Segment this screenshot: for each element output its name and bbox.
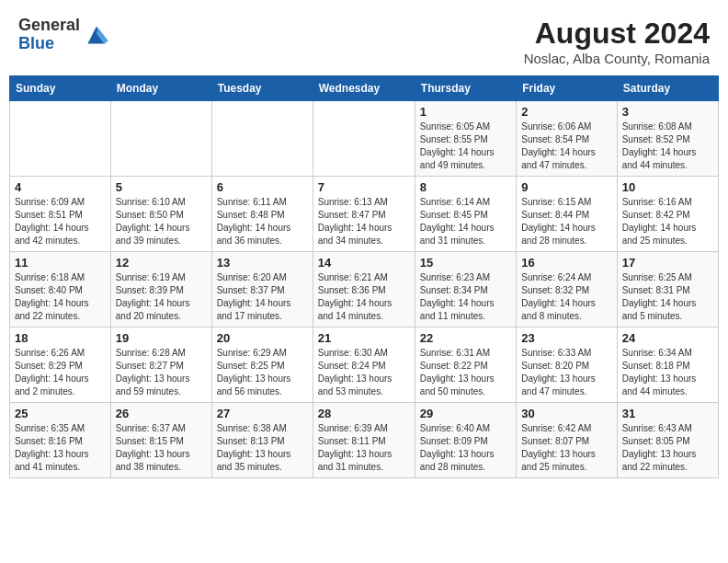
day-number: 29 <box>420 407 511 420</box>
calendar-day-cell: 12Sunrise: 6:19 AM Sunset: 8:39 PM Dayli… <box>110 252 211 327</box>
day-number: 9 <box>521 180 611 194</box>
day-info: Sunrise: 6:10 AM Sunset: 8:50 PM Dayligh… <box>116 196 207 247</box>
logo-general: General <box>18 16 80 34</box>
day-number: 3 <box>622 105 713 119</box>
logo-icon <box>82 20 111 50</box>
day-number: 4 <box>15 180 106 194</box>
day-info: Sunrise: 6:05 AM Sunset: 8:55 PM Dayligh… <box>420 121 511 172</box>
title-block: August 2024 Noslac, Alba County, Romania <box>524 17 710 66</box>
calendar-day-cell: 27Sunrise: 6:38 AM Sunset: 8:13 PM Dayli… <box>211 403 313 478</box>
day-number: 10 <box>622 180 713 194</box>
calendar-day-cell <box>10 101 111 177</box>
day-info: Sunrise: 6:42 AM Sunset: 8:07 PM Dayligh… <box>521 422 611 474</box>
day-number: 25 <box>15 407 106 420</box>
day-info: Sunrise: 6:39 AM Sunset: 8:11 PM Dayligh… <box>318 422 410 474</box>
day-info: Sunrise: 6:06 AM Sunset: 8:54 PM Dayligh… <box>521 121 611 172</box>
calendar-day-cell <box>313 101 415 177</box>
day-info: Sunrise: 6:16 AM Sunset: 8:42 PM Dayligh… <box>622 196 713 247</box>
day-number: 22 <box>420 331 511 345</box>
day-number: 7 <box>318 180 410 194</box>
day-info: Sunrise: 6:29 AM Sunset: 8:25 PM Dayligh… <box>217 347 308 398</box>
day-info: Sunrise: 6:25 AM Sunset: 8:31 PM Dayligh… <box>622 271 713 323</box>
day-info: Sunrise: 6:09 AM Sunset: 8:51 PM Dayligh… <box>15 196 106 247</box>
day-number: 26 <box>116 407 207 420</box>
day-number: 31 <box>622 407 713 420</box>
day-info: Sunrise: 6:23 AM Sunset: 8:34 PM Dayligh… <box>420 271 511 323</box>
day-number: 1 <box>420 105 511 119</box>
calendar-day-cell: 31Sunrise: 6:43 AM Sunset: 8:05 PM Dayli… <box>617 403 718 478</box>
day-number: 24 <box>622 331 713 345</box>
day-info: Sunrise: 6:24 AM Sunset: 8:32 PM Dayligh… <box>521 271 611 323</box>
day-number: 17 <box>622 256 713 270</box>
day-number: 18 <box>15 331 106 345</box>
calendar-day-cell: 28Sunrise: 6:39 AM Sunset: 8:11 PM Dayli… <box>313 403 415 478</box>
calendar-day-cell <box>110 101 211 177</box>
calendar-day-cell: 23Sunrise: 6:33 AM Sunset: 8:20 PM Dayli… <box>517 327 617 403</box>
day-number: 11 <box>15 256 106 270</box>
day-number: 13 <box>217 256 308 270</box>
logo: General Blue <box>18 17 111 53</box>
calendar-day-cell: 20Sunrise: 6:29 AM Sunset: 8:25 PM Dayli… <box>211 327 313 403</box>
calendar-day-cell: 10Sunrise: 6:16 AM Sunset: 8:42 PM Dayli… <box>617 177 718 252</box>
day-info: Sunrise: 6:40 AM Sunset: 8:09 PM Dayligh… <box>420 422 511 474</box>
calendar-day-cell: 9Sunrise: 6:15 AM Sunset: 8:44 PM Daylig… <box>517 177 617 252</box>
calendar-day-cell: 25Sunrise: 6:35 AM Sunset: 8:16 PM Dayli… <box>10 403 111 478</box>
calendar-week-row: 18Sunrise: 6:26 AM Sunset: 8:29 PM Dayli… <box>10 327 719 403</box>
day-number: 21 <box>318 331 410 345</box>
day-info: Sunrise: 6:30 AM Sunset: 8:24 PM Dayligh… <box>318 347 410 398</box>
calendar-day-cell: 11Sunrise: 6:18 AM Sunset: 8:40 PM Dayli… <box>10 252 111 327</box>
day-number: 19 <box>116 331 207 345</box>
calendar-day-cell: 2Sunrise: 6:06 AM Sunset: 8:54 PM Daylig… <box>517 101 617 177</box>
weekday-header: Thursday <box>415 76 516 101</box>
day-number: 23 <box>521 331 611 345</box>
calendar-day-cell: 6Sunrise: 6:11 AM Sunset: 8:48 PM Daylig… <box>211 177 313 252</box>
calendar-day-cell: 16Sunrise: 6:24 AM Sunset: 8:32 PM Dayli… <box>517 252 617 327</box>
calendar-day-cell: 19Sunrise: 6:28 AM Sunset: 8:27 PM Dayli… <box>110 327 211 403</box>
calendar-day-cell: 22Sunrise: 6:31 AM Sunset: 8:22 PM Dayli… <box>415 327 516 403</box>
weekday-header: Wednesday <box>313 76 415 101</box>
month-year-title: August 2024 <box>524 17 710 51</box>
day-info: Sunrise: 6:18 AM Sunset: 8:40 PM Dayligh… <box>15 271 106 323</box>
calendar-week-row: 4Sunrise: 6:09 AM Sunset: 8:51 PM Daylig… <box>10 177 719 252</box>
day-number: 12 <box>116 256 207 270</box>
day-info: Sunrise: 6:15 AM Sunset: 8:44 PM Dayligh… <box>521 196 611 247</box>
location-subtitle: Noslac, Alba County, Romania <box>524 51 710 66</box>
calendar-day-cell: 4Sunrise: 6:09 AM Sunset: 8:51 PM Daylig… <box>10 177 111 252</box>
calendar-table: SundayMondayTuesdayWednesdayThursdayFrid… <box>9 75 719 478</box>
calendar-day-cell: 13Sunrise: 6:20 AM Sunset: 8:37 PM Dayli… <box>211 252 313 327</box>
calendar-day-cell <box>211 101 313 177</box>
calendar-day-cell: 26Sunrise: 6:37 AM Sunset: 8:15 PM Dayli… <box>110 403 211 478</box>
weekday-header-row: SundayMondayTuesdayWednesdayThursdayFrid… <box>10 76 719 101</box>
calendar-day-cell: 7Sunrise: 6:13 AM Sunset: 8:47 PM Daylig… <box>313 177 415 252</box>
day-number: 6 <box>217 180 308 194</box>
calendar-day-cell: 15Sunrise: 6:23 AM Sunset: 8:34 PM Dayli… <box>415 252 516 327</box>
day-info: Sunrise: 6:13 AM Sunset: 8:47 PM Dayligh… <box>318 196 410 247</box>
calendar-day-cell: 14Sunrise: 6:21 AM Sunset: 8:36 PM Dayli… <box>313 252 415 327</box>
day-number: 14 <box>318 256 410 270</box>
calendar-day-cell: 21Sunrise: 6:30 AM Sunset: 8:24 PM Dayli… <box>313 327 415 403</box>
day-number: 27 <box>217 407 308 420</box>
weekday-header: Tuesday <box>211 76 313 101</box>
weekday-header: Sunday <box>10 76 111 101</box>
day-info: Sunrise: 6:11 AM Sunset: 8:48 PM Dayligh… <box>217 196 308 247</box>
calendar-day-cell: 17Sunrise: 6:25 AM Sunset: 8:31 PM Dayli… <box>617 252 718 327</box>
calendar-day-cell: 30Sunrise: 6:42 AM Sunset: 8:07 PM Dayli… <box>517 403 617 478</box>
day-number: 15 <box>420 256 511 270</box>
day-info: Sunrise: 6:31 AM Sunset: 8:22 PM Dayligh… <box>420 347 511 398</box>
calendar-week-row: 11Sunrise: 6:18 AM Sunset: 8:40 PM Dayli… <box>10 252 719 327</box>
calendar-week-row: 1Sunrise: 6:05 AM Sunset: 8:55 PM Daylig… <box>10 101 719 177</box>
day-info: Sunrise: 6:33 AM Sunset: 8:20 PM Dayligh… <box>521 347 611 398</box>
day-info: Sunrise: 6:14 AM Sunset: 8:45 PM Dayligh… <box>420 196 511 247</box>
day-number: 28 <box>318 407 410 420</box>
day-info: Sunrise: 6:34 AM Sunset: 8:18 PM Dayligh… <box>622 347 713 398</box>
day-info: Sunrise: 6:37 AM Sunset: 8:15 PM Dayligh… <box>116 422 207 474</box>
page-header: General Blue August 2024 Noslac, Alba Co… <box>9 9 719 70</box>
calendar-day-cell: 29Sunrise: 6:40 AM Sunset: 8:09 PM Dayli… <box>415 403 516 478</box>
day-info: Sunrise: 6:26 AM Sunset: 8:29 PM Dayligh… <box>15 347 106 398</box>
calendar-day-cell: 5Sunrise: 6:10 AM Sunset: 8:50 PM Daylig… <box>110 177 211 252</box>
logo-blue: Blue <box>18 34 54 52</box>
day-number: 20 <box>217 331 308 345</box>
day-info: Sunrise: 6:08 AM Sunset: 8:52 PM Dayligh… <box>622 121 713 172</box>
calendar-day-cell: 1Sunrise: 6:05 AM Sunset: 8:55 PM Daylig… <box>415 101 516 177</box>
calendar-day-cell: 24Sunrise: 6:34 AM Sunset: 8:18 PM Dayli… <box>617 327 718 403</box>
